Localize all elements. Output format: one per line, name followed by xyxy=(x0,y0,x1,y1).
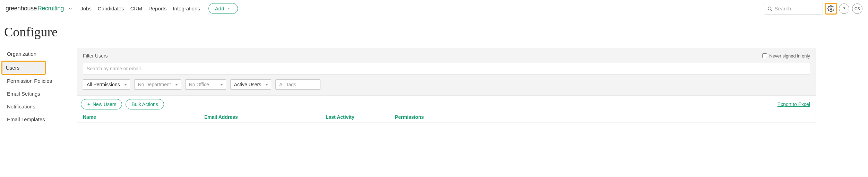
actions-row: New Users Bulk Actions Export to Excel xyxy=(77,96,816,111)
filter-title: Filter Users xyxy=(83,53,108,59)
department-filter-dropdown[interactable]: No Department xyxy=(134,79,181,90)
sidebar-item-notifications[interactable]: Notifications xyxy=(3,100,77,113)
sidebar-item-users[interactable]: Users xyxy=(2,62,45,74)
never-signed-in-label: Never signed in only xyxy=(769,53,810,59)
user-avatar[interactable]: GS xyxy=(852,3,862,14)
chevron-down-icon xyxy=(227,7,231,11)
permissions-filter-dropdown[interactable]: All Permissions xyxy=(83,79,130,90)
bulk-actions-label: Bulk Actions xyxy=(131,101,158,107)
never-signed-in-filter[interactable]: Never signed in only xyxy=(762,53,810,59)
nav-integrations[interactable]: Integrations xyxy=(173,6,200,11)
plus-icon xyxy=(87,102,91,106)
filter-search-input[interactable] xyxy=(83,63,810,74)
chevron-down-icon[interactable] xyxy=(68,6,73,11)
nav-crm[interactable]: CRM xyxy=(130,6,142,11)
column-header-name[interactable]: Name xyxy=(83,114,204,120)
users-table-header: Name Email Address Last Activity Permiss… xyxy=(77,111,816,123)
nav-jobs[interactable]: Jobs xyxy=(80,6,92,11)
svg-point-2 xyxy=(830,8,832,9)
app-logo[interactable]: greenhouse Recruiting xyxy=(6,5,73,12)
search-input[interactable] xyxy=(774,6,820,11)
export-to-excel-link[interactable]: Export to Excel xyxy=(777,101,810,107)
search-icon xyxy=(767,6,772,12)
add-button[interactable]: Add xyxy=(208,3,238,14)
logo-text-greenhouse: greenhouse xyxy=(6,5,37,12)
top-navigation-bar: greenhouse Recruiting Jobs Candidates CR… xyxy=(0,0,868,17)
primary-nav: Jobs Candidates CRM Reports Integrations xyxy=(80,6,200,11)
svg-line-1 xyxy=(771,9,772,10)
gear-icon xyxy=(827,5,834,12)
sidebar-item-users-highlight: Users xyxy=(1,61,46,75)
help-button[interactable] xyxy=(839,3,849,14)
logo-text-recruiting: Recruiting xyxy=(37,5,64,12)
status-filter-dropdown[interactable]: Active Users xyxy=(230,79,272,90)
never-signed-in-checkbox[interactable] xyxy=(762,53,767,58)
nav-candidates[interactable]: Candidates xyxy=(98,6,124,11)
column-header-last-activity[interactable]: Last Activity xyxy=(326,114,395,120)
main-panel: Filter Users Never signed in only All Pe… xyxy=(77,48,816,124)
sidebar-item-email-settings[interactable]: Email Settings xyxy=(3,88,77,100)
office-filter-dropdown[interactable]: No Office xyxy=(185,79,226,90)
help-icon xyxy=(842,6,846,11)
global-search[interactable] xyxy=(764,3,823,15)
tags-filter-input[interactable]: All Tags xyxy=(275,79,320,90)
settings-sidebar: Organization Users Permission Policies E… xyxy=(0,48,77,126)
column-header-permissions[interactable]: Permissions xyxy=(395,114,464,120)
bulk-actions-button[interactable]: Bulk Actions xyxy=(126,99,164,109)
nav-reports[interactable]: Reports xyxy=(148,6,167,11)
new-users-button[interactable]: New Users xyxy=(81,99,122,109)
add-button-label: Add xyxy=(215,6,224,11)
filter-panel: Filter Users Never signed in only All Pe… xyxy=(77,48,816,96)
avatar-initials: GS xyxy=(854,7,860,11)
new-users-label: New Users xyxy=(93,101,116,107)
column-header-email[interactable]: Email Address xyxy=(204,114,326,120)
sidebar-item-email-templates[interactable]: Email Templates xyxy=(3,113,77,125)
settings-button[interactable] xyxy=(825,3,837,15)
sidebar-item-permission-policies[interactable]: Permission Policies xyxy=(3,75,77,87)
sidebar-item-organization[interactable]: Organization xyxy=(3,48,77,60)
svg-point-0 xyxy=(768,7,771,10)
page-title: Configure xyxy=(0,24,868,39)
